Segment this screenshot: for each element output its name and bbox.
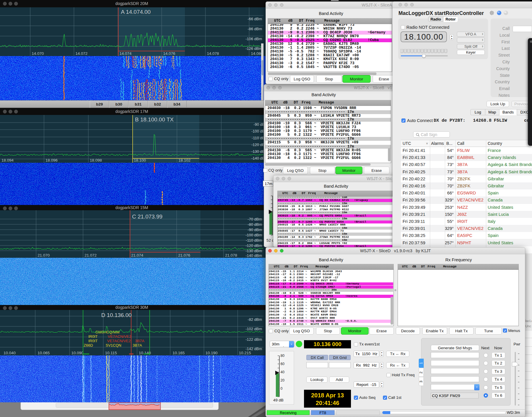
svg-text:20: 20 — [281, 378, 285, 382]
svg-text:60: 60 — [281, 362, 285, 366]
svg-text:80: 80 — [281, 354, 285, 358]
svg-text:0: 0 — [281, 387, 283, 391]
svg-text:40: 40 — [281, 370, 285, 374]
